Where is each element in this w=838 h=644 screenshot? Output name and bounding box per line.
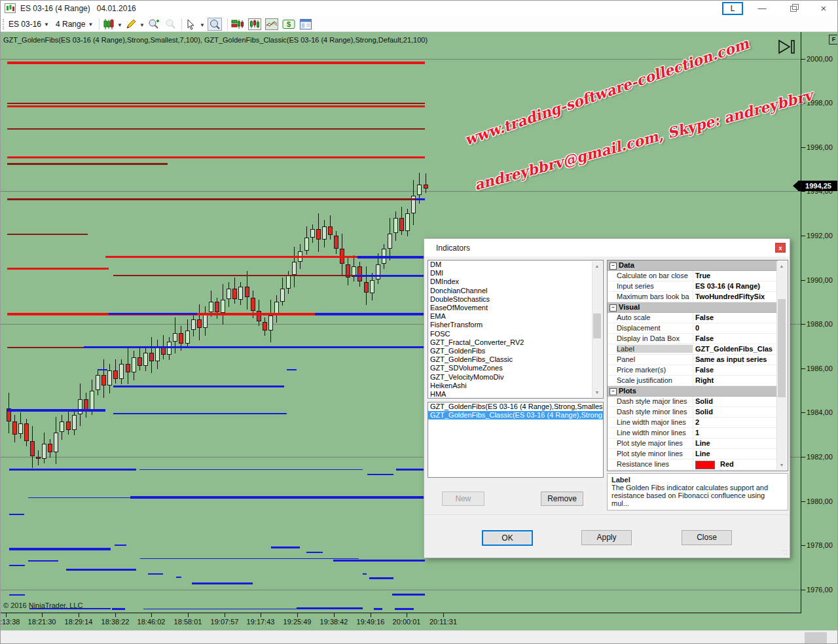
remove-button[interactable]: Remove (541, 492, 583, 506)
playback-forward-icon[interactable] (777, 39, 797, 58)
property-group-header[interactable]: −Plots (608, 386, 778, 397)
bars-panel-button[interactable] (248, 18, 261, 30)
indicator-list-item[interactable]: HeikenAshi (428, 382, 603, 390)
data-box-button[interactable] (208, 18, 222, 31)
property-row[interactable]: Plot style minor linesLine (608, 449, 778, 459)
indicator-list-item[interactable]: DonchianChannel (428, 287, 603, 295)
property-value[interactable]: 0 (695, 324, 776, 332)
cursor-mode-button[interactable]: ▼ (185, 18, 205, 30)
property-value[interactable]: ES 03-16 (4 Range) (695, 282, 776, 290)
indicator-list-item[interactable]: GZT_GoldenFibs (428, 347, 603, 355)
property-row[interactable]: Price marker(s)False (608, 365, 778, 376)
apply-button[interactable]: Apply (581, 530, 632, 545)
chart-style-button[interactable]: ▼ (103, 18, 122, 30)
property-value[interactable]: 1 (695, 429, 776, 437)
indicator-list-item[interactable]: DMIndex (428, 277, 603, 286)
indicator-list-item[interactable]: EaseOfMovement (428, 304, 603, 312)
property-group-header[interactable]: −Data (608, 260, 778, 271)
minimize-button[interactable]: — (752, 2, 772, 15)
toolbar-grip[interactable] (3, 19, 6, 29)
applied-indicator-item[interactable]: GZT_GoldenFibs(ES 03-16 (4 Range),Strong… (428, 402, 603, 411)
property-group-header[interactable]: −Visual (608, 302, 778, 313)
resize-grip-icon[interactable]: ∙∙∙ ∙∙ (781, 549, 788, 556)
property-row[interactable]: Line width minor lines1 (608, 428, 778, 438)
candle (268, 315, 273, 331)
scrollbar-thumb[interactable] (593, 313, 601, 338)
property-row[interactable]: Display in Data BoxFalse (608, 334, 778, 344)
collapse-icon[interactable]: − (610, 304, 617, 312)
dialog-close-button[interactable]: x (775, 243, 786, 253)
indicator-list-item[interactable]: EMA (428, 312, 603, 321)
property-row[interactable]: Maximum bars look baTwoHundredFiftySix (608, 292, 778, 302)
account-dollar-button[interactable]: $ (282, 18, 295, 30)
dialog-titlebar[interactable]: Indicators x (424, 239, 790, 257)
property-row[interactable]: Plot style major linesLine (608, 438, 778, 449)
panel-letter-badge[interactable]: F (829, 35, 838, 45)
property-value[interactable]: Line (695, 450, 776, 457)
properties-panel-button[interactable] (299, 18, 312, 30)
ok-button[interactable]: OK (482, 530, 533, 546)
applied-indicators-list[interactable]: GZT_GoldenFibs(ES 03-16 (4 Range),Strong… (428, 402, 604, 478)
window-titlebar[interactable]: ES 03-16 (4 Range)04.01.2016 L — × (1, 1, 838, 16)
property-row[interactable]: Input seriesES 03-16 (4 Range) (608, 281, 778, 292)
property-row[interactable]: Auto scaleFalse (608, 313, 778, 323)
restore-button[interactable] (784, 2, 803, 15)
l-button[interactable]: L (722, 2, 743, 15)
list-scrollbar[interactable]: ▲ ▼ (592, 261, 602, 397)
indicator-list-item[interactable]: GZT_GoldenFibs_Classic (428, 355, 603, 364)
property-row[interactable]: Scale justificationRight (608, 376, 778, 386)
property-row[interactable]: Displacement0 (608, 323, 778, 334)
property-value[interactable]: False (695, 313, 776, 321)
collapse-icon[interactable]: − (610, 388, 617, 395)
scroll-down-icon[interactable]: ▼ (777, 460, 786, 470)
property-row[interactable]: Line width major lines2 (608, 418, 778, 428)
candle (357, 266, 362, 281)
collapse-icon[interactable]: − (610, 262, 617, 270)
indicator-list-item[interactable]: GZT_Fractal_Converter_RV2 (428, 338, 603, 347)
indicator-properties-grid[interactable]: −DataCalculate on bar closeTrueInput ser… (607, 260, 788, 471)
indicator-list-item[interactable]: GZT_SDVolumeZones (428, 364, 603, 372)
property-value[interactable]: Solid (695, 397, 776, 405)
scrollbar-thumb[interactable] (778, 299, 786, 397)
chart-trader-button[interactable] (231, 18, 244, 30)
indicator-list-item[interactable]: FisherTransform (428, 321, 603, 329)
applied-indicator-item[interactable]: GZT_GoldenFibs_Classic(ES 03-16 (4 Range… (428, 411, 603, 420)
dialog-close-bottom-button[interactable]: Close (682, 530, 732, 545)
property-value[interactable]: True (695, 272, 776, 279)
indicator-list-item[interactable]: DoubleStochastics (428, 295, 603, 304)
scroll-up-icon[interactable]: ▲ (777, 261, 786, 271)
indicator-list-item[interactable]: GZT_VelocityMomoDiv (428, 373, 603, 382)
property-value[interactable]: TwoHundredFiftySix (695, 293, 776, 300)
chart-region-button[interactable] (265, 18, 278, 30)
property-row[interactable]: PanelSame as input series (608, 355, 778, 365)
indicator-list-item[interactable]: FOSC (428, 330, 603, 338)
scroll-down-icon[interactable]: ▼ (592, 387, 602, 397)
indicator-list-item[interactable]: DMI (428, 269, 603, 277)
property-value[interactable]: Same as input series (695, 355, 776, 363)
period-dropdown[interactable]: 4 Range▼ (56, 18, 93, 30)
property-row[interactable]: Resistance linesRed (608, 459, 778, 470)
indicator-list-item[interactable]: HMA (428, 390, 603, 399)
property-value[interactable]: Line (695, 439, 776, 447)
property-value[interactable]: Right (695, 376, 776, 384)
property-value[interactable]: Solid (695, 408, 776, 416)
horizontal-scrollbar[interactable]: ‹ › (1, 630, 838, 644)
available-indicators-list[interactable]: DMDMIDMIndexDonchianChannelDoubleStochas… (428, 260, 604, 399)
instrument-dropdown[interactable]: ES 03-16▼ (9, 18, 49, 30)
zoom-in-button[interactable] (147, 18, 160, 30)
scrollbar-thumb[interactable] (805, 632, 827, 643)
close-window-button[interactable]: × (814, 2, 833, 15)
property-row[interactable]: Dash style minor linesSolid (608, 407, 778, 418)
property-value[interactable]: False (695, 366, 776, 374)
scroll-up-icon[interactable]: ▲ (592, 261, 602, 271)
time-tick (334, 613, 335, 617)
property-row[interactable]: Dash style major linesSolid (608, 397, 778, 407)
property-row[interactable]: LabelGZT_GoldenFibs_Clas (608, 344, 778, 355)
property-value[interactable]: 2 (695, 418, 776, 426)
grid-scrollbar[interactable]: ▲ ▼ (776, 261, 787, 470)
property-value[interactable]: False (695, 334, 776, 342)
drawing-tools-button[interactable]: ▼ (125, 18, 145, 30)
property-value[interactable]: GZT_GoldenFibs_Clas (695, 345, 776, 353)
indicator-list-item[interactable]: DM (428, 260, 603, 269)
property-row[interactable]: Calculate on bar closeTrue (608, 271, 778, 281)
